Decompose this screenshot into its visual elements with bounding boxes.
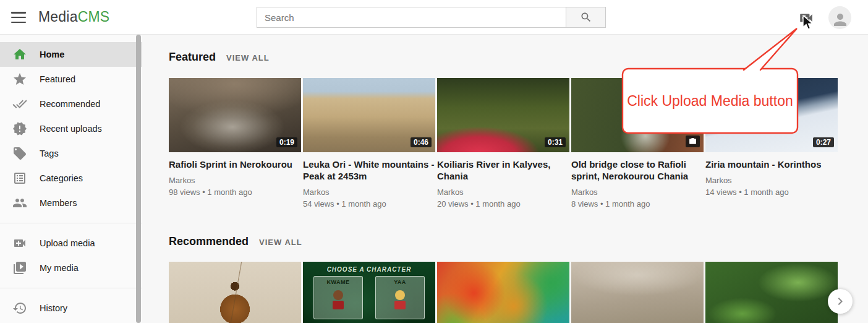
view-all-link[interactable]: VIEW ALL xyxy=(226,53,270,62)
search-icon xyxy=(580,11,592,24)
upload-media-header-button[interactable] xyxy=(798,10,814,26)
video-thumbnail[interactable] xyxy=(169,262,301,323)
media-author[interactable]: Markos xyxy=(437,186,569,198)
character-figure xyxy=(394,290,406,309)
media-title[interactable]: Leuka Ori - White mountains - Peak at 24… xyxy=(303,158,435,182)
people-icon xyxy=(12,196,27,210)
search-input[interactable] xyxy=(257,7,566,27)
sidebar-item-history[interactable]: History xyxy=(0,296,142,321)
video-library-icon xyxy=(12,261,27,275)
camera-badge xyxy=(686,136,700,147)
sidebar-scrollbar[interactable] xyxy=(136,35,141,323)
media-card xyxy=(705,262,838,323)
menu-hamburger-icon[interactable] xyxy=(11,12,26,23)
camera-icon xyxy=(689,137,697,145)
thumbnail-panel: YAA Select xyxy=(375,276,425,319)
top-bar: MediaCMS xyxy=(0,0,868,35)
sidebar-item-label: Categories xyxy=(40,173,83,183)
sidebar: Home Featured Recommended Recent uploads… xyxy=(0,35,142,323)
media-card: Old bridge close to Rafioli sprint, Nero… xyxy=(571,78,704,210)
media-meta: 54 views • 1 month ago xyxy=(303,198,435,210)
new-releases-icon xyxy=(12,121,27,136)
sidebar-item-label: Upload media xyxy=(40,238,95,248)
thumbnail-panel: KWAME Selected xyxy=(313,276,363,319)
media-meta: 14 views • 1 month ago xyxy=(705,186,838,198)
media-card: 0:19 Rafioli Sprint in Nerokourou Markos… xyxy=(169,78,301,210)
duration-badge: 0:31 xyxy=(545,137,566,147)
sidebar-item-categories[interactable]: Categories xyxy=(0,166,142,191)
duration-badge: 0:19 xyxy=(276,137,297,147)
character-figure xyxy=(332,290,344,309)
media-card: CHOOSE A CHARACTER KWAME Selected YAA Se… xyxy=(303,262,435,323)
sidebar-item-recommended[interactable]: Recommended xyxy=(0,92,142,116)
video-thumbnail[interactable] xyxy=(437,262,569,323)
media-title[interactable]: Koiliaris River in Kalyves, Chania xyxy=(437,158,569,182)
sidebar-divider xyxy=(0,223,142,223)
media-meta: 98 views • 1 month ago xyxy=(169,186,301,198)
search-button[interactable] xyxy=(566,7,605,27)
upload-media-icon xyxy=(798,10,814,26)
duration-badge: 0:46 xyxy=(411,137,432,147)
search-bar xyxy=(257,7,606,28)
sidebar-item-upload-media[interactable]: Upload media xyxy=(0,231,142,256)
recommended-section: Recommended VIEW ALL CHOOSE A CHARACTER … xyxy=(169,235,868,323)
person-icon xyxy=(831,11,849,29)
sidebar-item-my-media[interactable]: My media xyxy=(0,256,142,280)
thumbnail-text: YAA xyxy=(376,279,424,285)
media-meta: 8 views • 1 month ago xyxy=(571,198,704,210)
video-thumbnail[interactable]: 0:27 xyxy=(705,78,838,152)
view-all-link[interactable]: VIEW ALL xyxy=(259,238,302,247)
duration-badge: 0:27 xyxy=(813,137,834,147)
video-thumbnail[interactable]: 0:19 xyxy=(169,78,301,152)
media-title[interactable]: Ziria mountain - Korinthos xyxy=(705,158,838,170)
double-check-icon xyxy=(12,97,27,111)
media-author[interactable]: Markos xyxy=(303,186,435,198)
sidebar-item-home[interactable]: Home xyxy=(0,42,142,67)
sidebar-item-label: Members xyxy=(40,198,77,208)
app-logo[interactable]: MediaCMS xyxy=(38,9,109,25)
media-card xyxy=(571,262,704,323)
sidebar-item-featured[interactable]: Featured xyxy=(0,67,142,92)
media-author[interactable]: Markos xyxy=(169,174,301,186)
media-author[interactable]: Markos xyxy=(705,174,838,186)
video-thumbnail[interactable]: 0:46 xyxy=(303,78,435,152)
star-icon xyxy=(12,72,27,87)
media-title[interactable]: Old bridge close to Rafioli sprint, Nero… xyxy=(571,158,704,182)
list-icon xyxy=(12,171,27,186)
media-author[interactable]: Markos xyxy=(571,186,704,198)
carousel-next-button[interactable] xyxy=(828,289,853,314)
media-card xyxy=(169,262,301,323)
history-icon xyxy=(12,301,27,316)
chevron-right-icon xyxy=(833,294,848,309)
tag-icon xyxy=(12,146,27,161)
logo-cms-text: CMS xyxy=(78,9,110,25)
sidebar-item-label: Recommended xyxy=(40,99,100,109)
sidebar-item-members[interactable]: Members xyxy=(0,191,142,215)
sidebar-item-label: Home xyxy=(40,50,64,59)
video-thumbnail[interactable] xyxy=(571,262,704,323)
sidebar-item-label: History xyxy=(40,303,67,313)
thumbnail-text: CHOOSE A CHARACTER xyxy=(303,266,435,273)
main-content: Featured VIEW ALL 0:19 Rafioli Sprint in… xyxy=(142,35,868,323)
media-card: 0:46 Leuka Ori - White mountains - Peak … xyxy=(303,78,435,210)
featured-section: Featured VIEW ALL 0:19 Rafioli Sprint in… xyxy=(169,51,868,210)
media-card xyxy=(437,262,569,323)
video-thumbnail[interactable]: 0:31 xyxy=(437,78,569,152)
logo-media-text: Media xyxy=(38,9,78,25)
video-thumbnail[interactable]: CHOOSE A CHARACTER KWAME Selected YAA Se… xyxy=(303,262,435,323)
home-icon xyxy=(12,47,27,62)
media-card: 0:31 Koiliaris River in Kalyves, Chania … xyxy=(437,78,569,210)
video-thumbnail[interactable] xyxy=(705,262,838,323)
sidebar-item-label: Featured xyxy=(40,74,75,84)
thumbnail-text: KWAME xyxy=(314,279,362,285)
sidebar-item-tags[interactable]: Tags xyxy=(0,141,142,166)
sidebar-item-recent-uploads[interactable]: Recent uploads xyxy=(0,116,142,141)
user-avatar[interactable] xyxy=(828,6,851,29)
image-thumbnail[interactable] xyxy=(571,78,704,152)
media-title[interactable]: Rafioli Sprint in Nerokourou xyxy=(169,158,301,170)
section-title: Recommended xyxy=(169,235,249,248)
media-meta: 20 views • 1 month ago xyxy=(437,198,569,210)
sidebar-divider xyxy=(0,288,142,288)
sidebar-item-label: Recent uploads xyxy=(40,124,102,134)
video-call-icon xyxy=(12,236,27,251)
